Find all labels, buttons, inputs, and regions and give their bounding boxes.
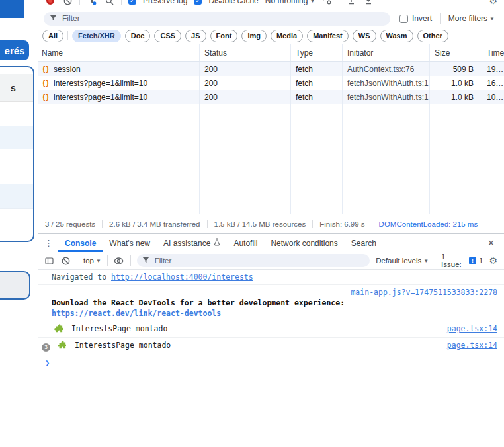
chip-manifest[interactable]: Manifest <box>307 30 349 42</box>
request-status: 200 <box>199 76 290 90</box>
close-icon[interactable]: ✕ <box>478 238 504 248</box>
json-request-icon: {} <box>42 79 50 87</box>
request-type: fetch <box>290 62 342 76</box>
chip-doc[interactable]: Doc <box>125 30 151 42</box>
invert-checkbox-wrap[interactable]: ✓ Invert <box>399 14 432 23</box>
eye-icon[interactable] <box>114 255 124 266</box>
log-text: InterestsPage montado <box>71 324 167 333</box>
disable-cache-label: Disable cache <box>208 0 258 5</box>
toolbar-separator <box>440 13 441 24</box>
initiator-link[interactable]: fetchJsonWithAuth.ts:1 <box>347 93 429 102</box>
chip-font[interactable]: Font <box>210 30 238 42</box>
page-pagination-button[interactable] <box>0 271 30 300</box>
invert-label: Invert <box>412 14 432 23</box>
toolbar-separator <box>339 0 339 5</box>
throttling-select[interactable]: No throttling ▼ <box>265 0 315 5</box>
import-har-icon[interactable] <box>346 0 357 6</box>
log-text: InterestsPage montado <box>75 341 171 350</box>
log-levels-select[interactable]: Default levels ▼ <box>376 257 429 264</box>
invert-checkbox[interactable]: ✓ <box>399 15 408 23</box>
source-link[interactable]: page.tsx:14 <box>447 340 497 350</box>
preserve-log-checkbox[interactable]: ✓ <box>128 0 136 5</box>
chevron-down-icon: ▼ <box>489 16 495 22</box>
context-selector[interactable]: top ▼ <box>83 257 101 264</box>
network-filter-input[interactable] <box>61 13 384 24</box>
chip-media[interactable]: Media <box>271 30 303 42</box>
console-filter-input[interactable] <box>153 256 364 265</box>
network-conditions-icon[interactable] <box>321 0 332 6</box>
network-summary-bar: 3 / 25 requests 2.6 kB / 3.4 MB transfer… <box>38 214 504 233</box>
column-header-initiator[interactable]: Initiator <box>342 44 429 61</box>
tab-autofill[interactable]: Autofill <box>227 234 264 252</box>
filter-toggle-icon[interactable] <box>87 0 97 6</box>
chip-all[interactable]: All <box>42 30 63 42</box>
table-row[interactable]: {} interests?page=1&limit=10 200 fetch f… <box>38 76 504 90</box>
console-settings-gear-icon[interactable]: ⚙ <box>489 256 497 265</box>
column-header-name[interactable]: Name <box>38 44 199 61</box>
page-primary-button[interactable]: erés <box>0 40 29 60</box>
filter-funnel-icon <box>142 255 149 266</box>
summary-requests: 3 / 25 requests <box>38 220 102 228</box>
request-name: interests?page=1&limit=10 <box>54 93 147 102</box>
request-status: 200 <box>199 62 290 76</box>
more-filters-button[interactable]: More filters ▼ <box>448 14 495 23</box>
export-har-icon[interactable] <box>363 0 374 6</box>
disable-cache-checkbox[interactable]: ✓ <box>194 0 202 5</box>
tab-whats-new[interactable]: What's new <box>103 234 157 252</box>
tab-network-conditions[interactable]: Network conditions <box>264 234 344 252</box>
request-type: fetch <box>290 76 342 90</box>
react-devtools-link[interactable]: https://react.dev/link/react-devtools <box>52 309 221 318</box>
source-link[interactable]: page.tsx:14 <box>447 323 497 334</box>
chevron-down-icon: ▼ <box>96 258 101 264</box>
clear-console-icon[interactable] <box>60 255 71 266</box>
chip-css[interactable]: CSS <box>154 30 181 42</box>
chevron-down-icon: ▼ <box>310 0 315 4</box>
search-icon[interactable] <box>104 0 114 6</box>
navigation-link[interactable]: http://localhost:4000/interests <box>111 272 253 282</box>
chip-js[interactable]: JS <box>185 30 206 42</box>
tab-search[interactable]: Search <box>345 234 383 252</box>
console-output: Navigated to http://localhost:4000/inter… <box>38 270 504 447</box>
chip-img[interactable]: Img <box>241 30 267 42</box>
drawer-menu-icon[interactable]: ⋮ <box>38 238 58 248</box>
devtools-panel: ✓ Preserve log ✓ Disable cache No thrott… <box>38 0 504 447</box>
initiator-link[interactable]: AuthContext.tsx:76 <box>347 65 414 74</box>
column-header-status[interactable]: Status <box>199 44 290 61</box>
toolbar-separator <box>130 255 131 266</box>
chip-wasm[interactable]: Wasm <box>380 30 413 42</box>
toolbar-separator <box>77 255 77 266</box>
request-time: 19… <box>482 62 504 76</box>
console-prompt-chevron[interactable]: ❯ <box>38 354 504 372</box>
column-header-time[interactable]: Time <box>482 44 504 61</box>
table-row[interactable]: {} session 200 fetch AuthContext.tsx:76 … <box>38 62 504 76</box>
column-header-type[interactable]: Type <box>290 44 342 61</box>
request-name: interests?page=1&limit=10 <box>54 79 147 88</box>
page-card: s <box>0 66 34 242</box>
table-row[interactable]: {} interests?page=1&limit=10 200 fetch f… <box>38 90 504 104</box>
issues-counter[interactable]: 1 Issue: ! 1 <box>441 253 483 268</box>
toolbar-separator <box>107 255 108 266</box>
chip-ws[interactable]: WS <box>353 30 376 42</box>
console-sidebar-toggle-icon[interactable] <box>44 255 54 266</box>
console-message-log: page.tsx:14 InterestsPage montado <box>38 321 504 338</box>
settings-gear-icon[interactable]: ⚙ <box>489 0 497 5</box>
filter-funnel-icon <box>50 13 57 24</box>
record-button[interactable] <box>45 0 56 6</box>
initiator-link[interactable]: fetchJsonWithAuth.ts:1 <box>347 79 429 88</box>
toolbar-separator <box>435 255 435 266</box>
request-size: 1.0 kB <box>429 76 482 90</box>
chip-other[interactable]: Other <box>417 30 448 42</box>
console-message-react-devtools: main-app.js?v=1747511533833:2278 Downloa… <box>38 285 504 321</box>
network-filter-input-wrap <box>44 12 390 26</box>
page-card-row <box>0 126 33 149</box>
request-size: 1.0 kB <box>429 90 482 104</box>
clear-network-icon[interactable] <box>62 0 73 6</box>
chip-fetch-xhr[interactable]: Fetch/XHR <box>72 30 121 42</box>
source-link[interactable]: main-app.js?v=1747511533833:2278 <box>351 288 497 297</box>
tab-ai-assistance[interactable]: AI assistance <box>157 234 227 252</box>
console-message-log-repeated: page.tsx:14 3 InterestsPage montado <box>38 338 504 354</box>
column-header-size[interactable]: Size <box>429 44 482 61</box>
tab-console[interactable]: Console <box>58 234 103 252</box>
request-status: 200 <box>199 90 290 104</box>
table-empty-area <box>38 104 504 214</box>
